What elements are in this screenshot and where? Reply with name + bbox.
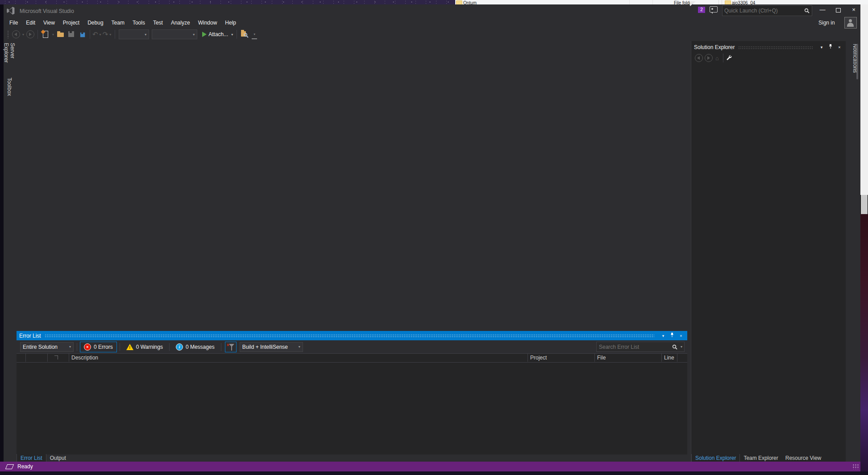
window-position-chevron-icon[interactable]: ▾	[818, 44, 825, 51]
se-back-icon[interactable]	[695, 54, 703, 62]
background-file-explorer-strip: Ontum File folder aio3306_04	[455, 0, 868, 4]
explorer-column-divider	[722, 0, 722, 4]
navigate-back-icon[interactable]	[12, 30, 20, 38]
error-list-header-row: Description Project File Line	[17, 354, 687, 363]
error-scope-dropdown[interactable]: Entire Solution▾	[20, 342, 74, 352]
save-all-icon[interactable]	[78, 30, 86, 38]
tab-team-explorer[interactable]: Team Explorer	[740, 454, 781, 462]
warning-icon: !	[126, 344, 133, 350]
column-line[interactable]: Line	[662, 354, 677, 362]
error-list-search-box[interactable]: ▾	[596, 342, 685, 352]
notifications-flag-icon[interactable]	[690, 6, 697, 13]
start-debug-icon[interactable]	[202, 32, 207, 37]
account-avatar[interactable]	[844, 17, 857, 29]
title-drag-texture	[45, 334, 654, 337]
menu-project[interactable]: Project	[59, 18, 83, 28]
wallpaper-bottom-strip	[0, 471, 868, 475]
close-button[interactable]: ×	[846, 4, 861, 16]
column-blank[interactable]	[26, 354, 48, 362]
column-extra[interactable]	[677, 354, 687, 362]
quick-launch-input[interactable]	[723, 8, 804, 14]
open-file-icon[interactable]	[57, 30, 65, 38]
menu-view[interactable]: View	[39, 18, 59, 28]
explorer-item-name: aio3306_04	[732, 0, 755, 4]
menu-team[interactable]: Team	[108, 18, 129, 28]
toolbar-drag-grip[interactable]	[7, 30, 9, 38]
title-drag-texture	[738, 46, 813, 49]
menu-test[interactable]: Test	[149, 18, 167, 28]
error-list-grid[interactable]: Description Project File Line	[17, 353, 687, 454]
notification-count-badge[interactable]: 2	[698, 7, 705, 13]
attach-dropdown-caret[interactable]: ▾	[231, 33, 233, 37]
funnel-icon	[229, 344, 234, 347]
sign-in-link[interactable]: Sign in	[818, 20, 835, 26]
standard-toolbar: ▾ ▾ ↶ ▾ ↷ ▾ ▾ ▾ Attach... ▾ ▾	[4, 28, 686, 41]
home-icon[interactable]: ⌂	[715, 55, 719, 62]
menu-window[interactable]: Window	[194, 18, 221, 28]
redo-dropdown-caret[interactable]: ▾	[109, 33, 111, 37]
menu-analyze[interactable]: Analyze	[167, 18, 194, 28]
search-options-caret[interactable]: ▾	[681, 345, 682, 349]
menu-debug[interactable]: Debug	[83, 18, 107, 28]
folder-icon	[725, 0, 731, 4]
filter-button[interactable]: ×	[225, 342, 237, 352]
navigate-forward-icon[interactable]	[26, 30, 34, 38]
tab-resource-view[interactable]: Resource View	[782, 454, 825, 462]
search-icon	[672, 344, 677, 350]
tab-output[interactable]: Output	[46, 454, 70, 462]
solution-explorer-toolbar: ⌂	[691, 53, 846, 63]
error-list-toolbar: Entire Solution▾ × 0 Errors ! 0 Warnings…	[17, 340, 687, 353]
errors-filter-button[interactable]: × 0 Errors	[80, 342, 117, 352]
status-mode-icon	[5, 464, 14, 469]
column-description[interactable]: Description	[69, 354, 528, 362]
menu-tools[interactable]: Tools	[129, 18, 149, 28]
solution-platforms-dropdown[interactable]: ▾	[152, 29, 197, 39]
back-dropdown-caret[interactable]: ▾	[22, 33, 24, 37]
sidebar-tab-server-explorer[interactable]: Server Explorer	[4, 41, 15, 77]
menu-file[interactable]: File	[5, 18, 22, 28]
new-project-icon[interactable]	[42, 30, 50, 38]
messages-filter-button[interactable]: i 0 Messages	[172, 342, 218, 352]
new-project-dropdown-caret[interactable]: ▾	[52, 33, 54, 37]
column-project[interactable]: Project	[528, 354, 595, 362]
column-severity[interactable]	[48, 354, 69, 362]
window-position-chevron-icon[interactable]: ▾	[660, 332, 667, 339]
quick-launch-box[interactable]	[722, 5, 812, 16]
close-icon[interactable]: ×	[836, 44, 843, 51]
error-list-search-input[interactable]	[597, 344, 672, 350]
title-bar[interactable]: Microsoft Visual Studio 2 — ×	[4, 4, 860, 18]
background-explorer-right-sliver	[860, 4, 868, 195]
resize-grip[interactable]	[852, 464, 859, 469]
desktop-screen: Ontum File folder aio3306_04 Microsoft V…	[0, 0, 868, 475]
pin-icon[interactable]	[669, 332, 676, 339]
right-edge-strip	[846, 41, 860, 462]
attach-button[interactable]: Attach...	[208, 31, 228, 37]
column-file[interactable]: File	[595, 354, 662, 362]
redo-icon[interactable]: ↷	[103, 30, 108, 38]
warnings-filter-button[interactable]: ! 0 Warnings	[123, 342, 166, 352]
error-source-dropdown[interactable]: Build + IntelliSense▾	[240, 342, 303, 352]
feedback-icon[interactable]	[710, 6, 718, 12]
menu-help[interactable]: Help	[221, 18, 240, 28]
pin-icon[interactable]	[827, 44, 834, 51]
sidebar-tab-toolbox[interactable]: Toolbox	[4, 76, 15, 106]
properties-wrench-icon[interactable]	[726, 54, 732, 62]
minimize-button[interactable]: —	[815, 4, 830, 16]
undo-icon[interactable]: ↶	[92, 30, 98, 38]
find-in-files-icon[interactable]	[241, 30, 249, 38]
solution-explorer-title-bar[interactable]: Solution Explorer ▾ ×	[691, 43, 846, 52]
maximize-button[interactable]	[831, 4, 846, 16]
solution-configurations-dropdown[interactable]: ▾	[119, 29, 149, 39]
solution-explorer-tree-area[interactable]	[691, 63, 846, 462]
wallpaper-right-sliver	[860, 214, 868, 475]
se-forward-icon[interactable]	[705, 54, 713, 62]
undo-dropdown-caret[interactable]: ▾	[100, 33, 101, 37]
folder-icon	[456, 0, 462, 4]
menu-edit[interactable]: Edit	[22, 18, 39, 28]
column-selector[interactable]	[17, 354, 26, 362]
error-list-title-bar[interactable]: Error List ▾ ×	[17, 331, 687, 340]
menu-bar: File Edit View Project Debug Team Tools …	[5, 18, 240, 28]
toolbar-options-overflow[interactable]: ▾	[252, 32, 257, 39]
close-icon[interactable]: ×	[677, 332, 685, 339]
save-icon[interactable]	[67, 30, 75, 38]
